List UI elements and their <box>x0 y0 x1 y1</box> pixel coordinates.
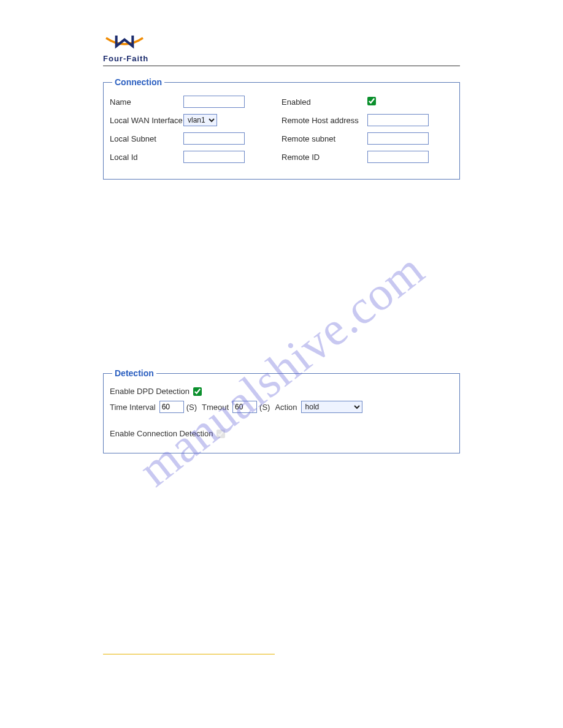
action-select[interactable]: hold <box>301 401 362 413</box>
brand-mark-icon <box>103 31 146 55</box>
connection-legend: Connection <box>112 77 164 87</box>
wan-label: Local WAN Interface <box>110 116 183 125</box>
unit-s-2: (S) <box>259 403 270 412</box>
detection-section: Detection Enable DPD Detection Time Inte… <box>103 368 460 453</box>
remote-subnet-input[interactable] <box>367 132 429 145</box>
footer-divider <box>103 654 275 654</box>
local-subnet-label: Local Subnet <box>110 134 183 143</box>
spacer <box>103 197 460 368</box>
brand-name: Four-Faith <box>103 54 148 63</box>
local-subnet-input[interactable] <box>183 132 245 145</box>
brand-logo: Four-Faith <box>103 31 460 63</box>
dpd-label: Enable DPD Detection <box>110 387 190 396</box>
dpd-checkbox[interactable] <box>193 387 202 396</box>
tmeout-input[interactable] <box>232 401 257 413</box>
remote-id-label: Remote ID <box>282 153 367 162</box>
unit-s-1: (S) <box>186 403 197 412</box>
enabled-label: Enabled <box>282 97 367 107</box>
row-dpd-params: Time Interval (S) Tmeout (S) Action hold <box>110 401 453 413</box>
action-label: Action <box>275 403 297 412</box>
local-id-label: Local Id <box>110 153 183 162</box>
local-id-input[interactable] <box>183 151 245 163</box>
conn-detect-checkbox <box>216 430 225 438</box>
remote-id-input[interactable] <box>367 151 429 163</box>
time-interval-label: Time Interval <box>110 403 156 412</box>
row-local-subnet: Local Subnet Remote subnet <box>110 132 453 145</box>
detection-legend: Detection <box>112 368 156 378</box>
name-label: Name <box>110 97 183 107</box>
wan-select[interactable]: vlan1 <box>183 114 217 126</box>
connection-section: Connection Name Enabled Local WAN Interf… <box>103 77 460 180</box>
remote-subnet-label: Remote subnet <box>282 134 367 143</box>
name-input[interactable] <box>183 96 245 108</box>
remote-host-input[interactable] <box>367 114 429 126</box>
row-dpd-enable: Enable DPD Detection <box>110 387 453 396</box>
tmeout-label: Tmeout <box>202 403 229 412</box>
enabled-checkbox[interactable] <box>367 97 376 105</box>
row-conn-detect: Enable Connection Detection <box>110 429 453 438</box>
remote-host-label: Remote Host address <box>282 116 367 125</box>
row-local-id: Local Id Remote ID <box>110 151 453 163</box>
row-wan: Local WAN Interface vlan1 Remote Host ad… <box>110 114 453 126</box>
time-interval-input[interactable] <box>159 401 184 413</box>
conn-detect-label: Enable Connection Detection <box>110 429 213 438</box>
divider <box>103 66 460 66</box>
row-name: Name Enabled <box>110 96 453 108</box>
